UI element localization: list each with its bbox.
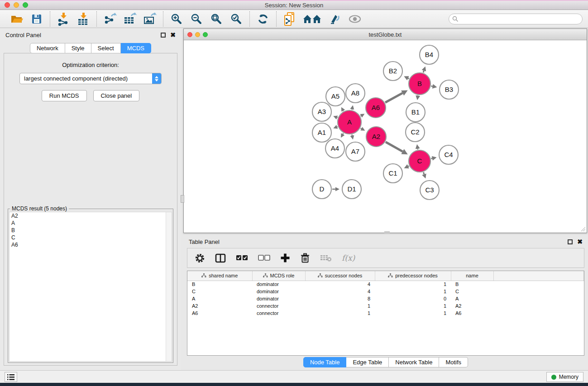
zoom-out-button[interactable] [189,12,204,26]
eye-button[interactable] [347,12,363,26]
run-mcds-button[interactable]: Run MCDS [42,90,87,101]
network-canvas[interactable]: B4B2BB3A5A8A6A3AB1A1C2A2A4A7C4CC1C3DD1 [184,40,587,233]
eye-icon [348,14,362,24]
edge-A-A4[interactable] [343,133,343,134]
edge-B-B3[interactable] [431,86,432,86]
mcds-result-list[interactable]: A2 A B C A6 [9,212,172,362]
zoom-fit-button[interactable] [209,12,224,26]
graph-node-label: A8 [351,89,359,97]
refresh-button[interactable] [255,12,271,26]
table-row[interactable]: C dominator 4 1 C [187,288,584,295]
tab-node-table[interactable]: Node Table [303,357,347,367]
result-scrollbar[interactable] [166,212,172,361]
select-all-columns-icon[interactable] [236,255,248,261]
task-history-button[interactable] [5,372,17,382]
edge-A6-B[interactable] [385,93,402,103]
edge-C-C1[interactable] [408,166,409,167]
tab-mcds[interactable]: MCDS [121,43,151,53]
style-button[interactable] [327,12,343,26]
tab-style[interactable]: Style [65,43,91,53]
column-header-mcds-role[interactable]: MCDS role [252,271,305,281]
edge-B-B4[interactable] [423,71,424,72]
column-header-shared-name[interactable]: shared name [187,271,252,281]
show-columns-icon[interactable] [215,253,226,263]
graph-node-label: A [347,118,352,126]
table-row[interactable]: B dominator 4 1 B [187,281,584,288]
save-session-button[interactable] [29,12,44,26]
edge-B-B2[interactable] [408,78,409,79]
arrowhead-icon [416,95,420,100]
float-panel-icon[interactable] [161,33,166,38]
control-panel: Control Panel ✖ Network Style Select MCD… [0,28,181,370]
home-button[interactable] [302,12,323,26]
unselect-all-columns-icon[interactable] [258,255,270,261]
network-window-title: testGlobe.txt [184,31,587,38]
tab-network[interactable]: Network [30,43,65,53]
search-field [449,14,583,24]
memory-button[interactable]: Memory [546,372,583,382]
result-item[interactable]: C [10,234,172,241]
export-image-icon [143,13,157,25]
table-header-row[interactable]: shared name MCDS role successor nodes pr… [187,271,584,281]
result-item[interactable]: B [10,227,172,234]
edge-A-A2[interactable] [361,128,362,129]
edge-C-C4[interactable] [431,158,432,159]
close-table-panel-icon[interactable]: ✖ [577,239,583,244]
import-network-button[interactable] [56,12,71,26]
network-graph[interactable]: B4B2BB3A5A8A6A3AB1A1C2A2A4A7C4CC1C3DD1 [184,40,587,233]
horizontal-scroll-nub[interactable] [384,231,390,233]
edge-C-C3[interactable] [423,172,424,174]
zoom-in-button[interactable] [169,12,184,26]
table-panel-title: Table Panel [189,238,220,245]
float-table-panel-icon[interactable] [568,239,573,244]
column-header-name[interactable]: name [451,271,493,281]
search-icon [452,16,459,22]
resize-grip-icon[interactable] [580,226,586,232]
new-network-button[interactable] [282,12,297,26]
table-row[interactable]: A6 connector 1 1 A6 [187,310,584,317]
export-image-button[interactable] [142,12,158,26]
graph-node-label: C4 [444,151,453,158]
table-row[interactable]: A dominator 8 0 A [187,295,584,302]
zoom-out-icon [191,13,202,25]
export-table-icon [123,13,137,25]
network-view-window: testGlobe.txt B4B2BB3A5A8A6A3AB1A1C2A2A4… [183,29,587,233]
export-table-button[interactable] [122,12,138,26]
node-table[interactable]: shared name MCDS role successor nodes pr… [187,271,584,356]
import-table-button[interactable] [76,12,91,26]
tab-network-table[interactable]: Network Table [389,357,439,367]
close-panel-button[interactable]: Close panel [93,90,140,101]
arrowhead-icon [416,144,420,149]
graph-node-label: B3 [445,86,453,93]
table-row[interactable]: A2 connector 1 1 A2 [187,302,584,310]
graph-node-label: C3 [425,186,434,194]
network-window-titlebar[interactable]: testGlobe.txt [184,29,587,40]
table-toolbar: f(x) [187,248,584,268]
search-input[interactable] [449,14,583,24]
column-header-predecessor-nodes[interactable]: predecessor nodes [375,271,451,281]
edge-A-A6[interactable] [361,116,361,116]
delete-column-trash-icon[interactable] [300,253,310,263]
tab-edge-table[interactable]: Edge Table [346,357,389,367]
open-file-button[interactable] [9,12,24,26]
result-item[interactable]: A2 [10,212,172,219]
result-item[interactable]: A [10,219,172,227]
column-header-filler [493,271,584,281]
tab-select[interactable]: Select [91,43,121,53]
create-column-plus-icon[interactable] [280,253,290,263]
delete-table-icon[interactable] [320,254,332,262]
table-settings-gear-icon[interactable] [195,253,205,263]
tab-motifs[interactable]: Motifs [439,357,468,367]
criterion-dropdown[interactable]: largest connected component (directed) [19,73,162,84]
control-panel-title: Control Panel [5,32,41,38]
split-handle[interactable] [181,195,184,203]
export-network-button[interactable] [102,12,118,26]
graph-node-label: A4 [331,144,339,152]
column-header-successor-nodes[interactable]: successor nodes [305,271,375,281]
result-item[interactable]: A6 [10,241,172,248]
zoom-selected-button[interactable] [229,12,244,26]
close-panel-icon[interactable]: ✖ [170,33,176,38]
function-builder-icon[interactable]: f(x) [342,253,355,262]
edge-A2-C[interactable] [386,142,403,152]
home-icon [303,14,322,24]
